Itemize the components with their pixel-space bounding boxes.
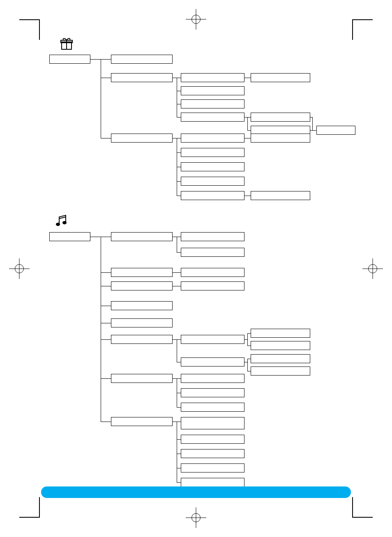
tree-node	[181, 463, 244, 472]
tree-node	[251, 341, 310, 350]
tree-node	[181, 86, 244, 95]
tree-node	[181, 388, 244, 397]
tree-node	[181, 73, 244, 82]
tree-node	[181, 403, 244, 412]
registration-mark	[186, 507, 206, 528]
tree-node	[111, 55, 173, 64]
tree-node	[181, 134, 244, 143]
crop-mark	[352, 19, 373, 20]
tree-node	[111, 73, 173, 82]
tree-node	[181, 335, 244, 344]
tree-node	[111, 318, 173, 327]
tree-node	[181, 435, 244, 444]
tree-node	[251, 366, 310, 376]
tree-node	[111, 268, 173, 277]
svg-point-3	[56, 223, 60, 226]
tree-node	[181, 417, 244, 429]
tree-node	[181, 357, 244, 366]
tree-node	[251, 73, 310, 82]
tree-node	[251, 191, 310, 200]
tree-node	[181, 113, 244, 122]
gift-icon	[59, 36, 74, 53]
tree-node	[316, 126, 355, 135]
footer-bar	[41, 486, 351, 498]
crop-mark	[352, 19, 353, 40]
registration-mark	[9, 258, 30, 279]
tree-node	[181, 148, 244, 157]
tree-node	[181, 449, 244, 458]
tree-node	[111, 301, 173, 310]
tree-node	[181, 268, 244, 277]
tree-node	[111, 374, 173, 383]
tree-node	[181, 281, 244, 290]
tree-node	[251, 329, 310, 338]
tree-node	[251, 354, 310, 363]
crop-mark	[39, 19, 40, 40]
tree-node	[111, 335, 173, 344]
tree-node	[181, 374, 244, 383]
registration-mark	[186, 9, 206, 30]
tree-root	[49, 55, 90, 64]
tree-node	[251, 113, 310, 122]
tree-node	[111, 281, 173, 290]
tree-node	[111, 134, 173, 143]
tree-node	[181, 177, 244, 186]
crop-mark	[352, 497, 353, 518]
svg-line-5	[59, 217, 66, 219]
svg-point-4	[62, 221, 67, 224]
tree-node	[181, 99, 244, 108]
crop-mark	[19, 19, 40, 20]
registration-mark	[362, 258, 383, 279]
tree-node	[181, 478, 244, 487]
tree-node	[181, 191, 244, 200]
tree-node	[111, 417, 173, 426]
tree-node	[111, 232, 173, 241]
crop-mark	[19, 517, 40, 518]
tree-root	[49, 232, 90, 241]
tree-node	[181, 162, 244, 171]
crop-mark	[39, 497, 40, 518]
crop-mark	[352, 517, 373, 518]
music-icon	[53, 213, 70, 231]
tree-node	[181, 232, 244, 241]
tree-node	[251, 134, 310, 143]
tree-node	[181, 248, 244, 257]
